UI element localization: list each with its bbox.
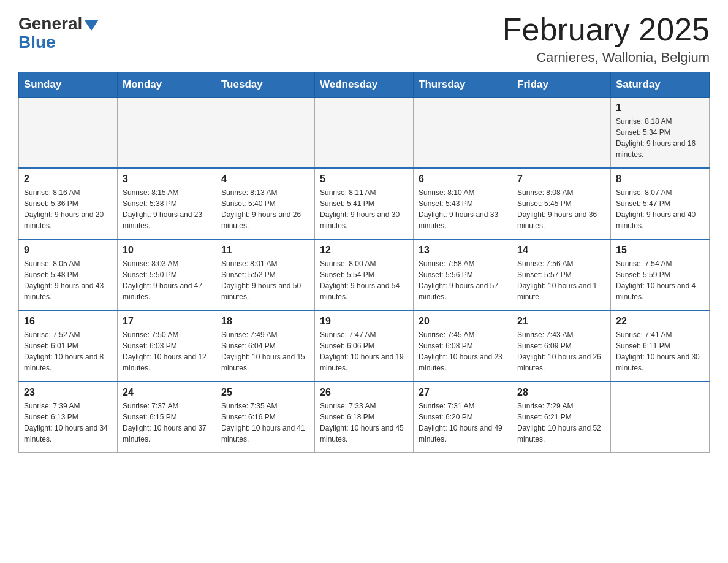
calendar-cell: 18Sunrise: 7:49 AM Sunset: 6:04 PM Dayli… <box>216 310 315 381</box>
header-tuesday: Tuesday <box>216 72 315 98</box>
day-info: Sunrise: 7:43 AM Sunset: 6:09 PM Dayligh… <box>517 329 605 373</box>
day-number: 1 <box>616 102 704 113</box>
header-monday: Monday <box>118 72 216 98</box>
calendar-cell: 26Sunrise: 7:33 AM Sunset: 6:18 PM Dayli… <box>315 381 414 453</box>
day-number: 19 <box>320 316 408 327</box>
day-info: Sunrise: 7:29 AM Sunset: 6:21 PM Dayligh… <box>517 400 605 445</box>
calendar-cell: 21Sunrise: 7:43 AM Sunset: 6:09 PM Dayli… <box>512 310 611 381</box>
day-number: 21 <box>517 316 605 327</box>
day-info: Sunrise: 7:47 AM Sunset: 6:06 PM Dayligh… <box>320 329 408 373</box>
calendar-cell: 22Sunrise: 7:41 AM Sunset: 6:11 PM Dayli… <box>611 310 710 381</box>
calendar-cell: 7Sunrise: 8:08 AM Sunset: 5:45 PM Daylig… <box>512 168 611 239</box>
calendar-cell: 20Sunrise: 7:45 AM Sunset: 6:08 PM Dayli… <box>414 310 512 381</box>
day-number: 18 <box>221 316 309 327</box>
day-number: 3 <box>123 174 211 185</box>
day-number: 8 <box>616 174 704 185</box>
calendar-cell: 28Sunrise: 7:29 AM Sunset: 6:21 PM Dayli… <box>512 381 611 453</box>
day-info: Sunrise: 8:00 AM Sunset: 5:54 PM Dayligh… <box>320 258 408 302</box>
month-title: February 2025 <box>502 12 710 47</box>
day-info: Sunrise: 8:10 AM Sunset: 5:43 PM Dayligh… <box>419 187 507 231</box>
day-info: Sunrise: 7:49 AM Sunset: 6:04 PM Dayligh… <box>221 329 309 373</box>
day-info: Sunrise: 8:11 AM Sunset: 5:41 PM Dayligh… <box>320 187 408 231</box>
calendar-cell <box>19 98 118 169</box>
day-info: Sunrise: 8:05 AM Sunset: 5:48 PM Dayligh… <box>24 258 112 302</box>
page-header: General Blue February 2025 Carnieres, Wa… <box>18 12 710 66</box>
logo-arrow-icon <box>84 20 99 31</box>
day-info: Sunrise: 7:33 AM Sunset: 6:18 PM Dayligh… <box>320 400 408 445</box>
calendar-week-3: 9Sunrise: 8:05 AM Sunset: 5:48 PM Daylig… <box>19 239 710 310</box>
calendar-cell: 6Sunrise: 8:10 AM Sunset: 5:43 PM Daylig… <box>414 168 512 239</box>
logo-blue-text: Blue <box>18 33 56 52</box>
day-info: Sunrise: 8:07 AM Sunset: 5:47 PM Dayligh… <box>616 187 704 231</box>
day-number: 15 <box>616 245 704 256</box>
calendar-cell <box>315 98 414 169</box>
calendar-cell: 11Sunrise: 8:01 AM Sunset: 5:52 PM Dayli… <box>216 239 315 310</box>
day-number: 13 <box>419 245 507 256</box>
calendar-cell <box>512 98 611 169</box>
day-number: 27 <box>419 387 507 398</box>
calendar-cell: 1Sunrise: 8:18 AM Sunset: 5:34 PM Daylig… <box>611 98 710 169</box>
day-info: Sunrise: 7:35 AM Sunset: 6:16 PM Dayligh… <box>221 400 309 445</box>
calendar-cell: 9Sunrise: 8:05 AM Sunset: 5:48 PM Daylig… <box>19 239 118 310</box>
calendar-cell: 10Sunrise: 8:03 AM Sunset: 5:50 PM Dayli… <box>118 239 216 310</box>
calendar-week-2: 2Sunrise: 8:16 AM Sunset: 5:36 PM Daylig… <box>19 168 710 239</box>
calendar-cell <box>611 381 710 453</box>
day-number: 28 <box>517 387 605 398</box>
calendar-cell: 13Sunrise: 7:58 AM Sunset: 5:56 PM Dayli… <box>414 239 512 310</box>
calendar-cell <box>216 98 315 169</box>
calendar-cell: 16Sunrise: 7:52 AM Sunset: 6:01 PM Dayli… <box>19 310 118 381</box>
calendar-cell <box>414 98 512 169</box>
day-info: Sunrise: 8:18 AM Sunset: 5:34 PM Dayligh… <box>616 116 704 160</box>
day-info: Sunrise: 8:08 AM Sunset: 5:45 PM Dayligh… <box>517 187 605 231</box>
day-number: 5 <box>320 174 408 185</box>
day-info: Sunrise: 8:03 AM Sunset: 5:50 PM Dayligh… <box>123 258 211 302</box>
day-info: Sunrise: 7:41 AM Sunset: 6:11 PM Dayligh… <box>616 329 704 373</box>
logo-general: General <box>18 15 82 33</box>
day-info: Sunrise: 8:15 AM Sunset: 5:38 PM Dayligh… <box>123 187 211 231</box>
day-number: 25 <box>221 387 309 398</box>
calendar-cell: 25Sunrise: 7:35 AM Sunset: 6:16 PM Dayli… <box>216 381 315 453</box>
day-info: Sunrise: 7:58 AM Sunset: 5:56 PM Dayligh… <box>419 258 507 302</box>
calendar-cell: 15Sunrise: 7:54 AM Sunset: 5:59 PM Dayli… <box>611 239 710 310</box>
calendar-cell <box>118 98 216 169</box>
day-number: 7 <box>517 174 605 185</box>
calendar-cell: 23Sunrise: 7:39 AM Sunset: 6:13 PM Dayli… <box>19 381 118 453</box>
calendar-cell: 3Sunrise: 8:15 AM Sunset: 5:38 PM Daylig… <box>118 168 216 239</box>
location-subtitle: Carnieres, Wallonia, Belgium <box>502 50 710 66</box>
day-number: 4 <box>221 174 309 185</box>
calendar-cell: 19Sunrise: 7:47 AM Sunset: 6:06 PM Dayli… <box>315 310 414 381</box>
day-number: 26 <box>320 387 408 398</box>
day-number: 24 <box>123 387 211 398</box>
calendar-cell: 4Sunrise: 8:13 AM Sunset: 5:40 PM Daylig… <box>216 168 315 239</box>
calendar-table: Sunday Monday Tuesday Wednesday Thursday… <box>18 72 710 453</box>
header-wednesday: Wednesday <box>315 72 414 98</box>
header-sunday: Sunday <box>19 72 118 98</box>
day-info: Sunrise: 7:45 AM Sunset: 6:08 PM Dayligh… <box>419 329 507 373</box>
day-number: 12 <box>320 245 408 256</box>
calendar-week-5: 23Sunrise: 7:39 AM Sunset: 6:13 PM Dayli… <box>19 381 710 453</box>
day-number: 6 <box>419 174 507 185</box>
day-number: 22 <box>616 316 704 327</box>
day-info: Sunrise: 8:16 AM Sunset: 5:36 PM Dayligh… <box>24 187 112 231</box>
calendar-cell: 27Sunrise: 7:31 AM Sunset: 6:20 PM Dayli… <box>414 381 512 453</box>
day-number: 23 <box>24 387 112 398</box>
day-info: Sunrise: 7:37 AM Sunset: 6:15 PM Dayligh… <box>123 400 211 445</box>
day-number: 20 <box>419 316 507 327</box>
day-number: 14 <box>517 245 605 256</box>
day-number: 2 <box>24 174 112 185</box>
header-thursday: Thursday <box>414 72 512 98</box>
logo-text: General <box>18 15 99 33</box>
calendar-cell: 12Sunrise: 8:00 AM Sunset: 5:54 PM Dayli… <box>315 239 414 310</box>
day-info: Sunrise: 8:13 AM Sunset: 5:40 PM Dayligh… <box>221 187 309 231</box>
calendar-cell: 14Sunrise: 7:56 AM Sunset: 5:57 PM Dayli… <box>512 239 611 310</box>
calendar-week-4: 16Sunrise: 7:52 AM Sunset: 6:01 PM Dayli… <box>19 310 710 381</box>
day-number: 17 <box>123 316 211 327</box>
calendar-header-row: Sunday Monday Tuesday Wednesday Thursday… <box>19 72 710 98</box>
day-number: 11 <box>221 245 309 256</box>
calendar-cell: 5Sunrise: 8:11 AM Sunset: 5:41 PM Daylig… <box>315 168 414 239</box>
calendar-cell: 2Sunrise: 8:16 AM Sunset: 5:36 PM Daylig… <box>19 168 118 239</box>
calendar-cell: 24Sunrise: 7:37 AM Sunset: 6:15 PM Dayli… <box>118 381 216 453</box>
header-saturday: Saturday <box>611 72 710 98</box>
day-info: Sunrise: 7:50 AM Sunset: 6:03 PM Dayligh… <box>123 329 211 373</box>
header-friday: Friday <box>512 72 611 98</box>
